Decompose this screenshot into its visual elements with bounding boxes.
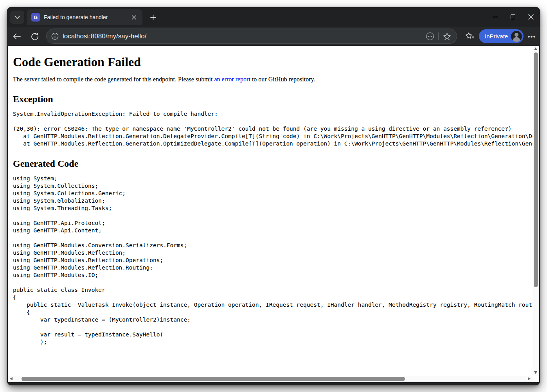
vertical-scrollbar[interactable] [533,46,539,376]
exception-heading: Exception [13,94,533,104]
intro-text-after: to our GitHub repository. [250,76,315,83]
browser-tab[interactable]: G Failed to generate handler [27,9,142,25]
url-text: localhost:8080/my/say-hello/ [63,32,424,40]
intro-text-before: The server failed to compile the code ge… [13,76,214,83]
window-controls [486,7,540,27]
plus-icon [150,14,156,20]
star-icon [443,32,451,40]
tab-favicon: G [31,13,40,22]
refresh-icon [31,32,39,40]
add-favorite-button[interactable] [441,31,453,42]
title-bar: G Failed to generate handler [7,7,540,27]
favorites-hub-button[interactable] [463,30,477,43]
horizontal-scrollbar-thumb[interactable] [22,377,405,381]
settings-and-more-button[interactable]: ••• [525,30,538,43]
ellipsis-icon: ••• [528,33,536,40]
address-bar[interactable]: localhost:8080/my/say-hello/ [46,29,457,44]
browser-window: G Failed to generate handler [7,7,540,385]
vertical-scrollbar-thumb[interactable] [534,52,538,287]
intro-paragraph: The server failed to compile the code ge… [13,76,533,83]
chevron-down-icon [14,16,20,19]
refresh-button[interactable] [27,29,42,44]
more-site-tools-button[interactable] [424,31,436,42]
minimize-button[interactable] [486,7,504,27]
maximize-button[interactable] [504,7,522,27]
site-info-icon[interactable] [51,32,59,40]
generated-code-block: using System; using System.Collections; … [13,175,533,346]
horizontal-scrollbar[interactable] [8,376,533,382]
page-viewport: Code Generation Failed The server failed… [8,46,539,382]
new-tab-button[interactable] [146,11,160,23]
tab-actions-menu-button[interactable] [10,11,24,24]
scroll-down-arrow-icon[interactable] [534,371,537,374]
navigation-toolbar: localhost:8080/my/say-hello/ [7,27,540,46]
close-icon [132,15,136,20]
back-arrow-icon [13,33,21,40]
close-window-button[interactable] [522,7,540,27]
minimize-icon [493,17,498,17]
scroll-right-arrow-icon[interactable] [528,377,531,380]
address-bar-divider [438,32,439,40]
tab-close-button[interactable] [129,13,139,22]
page-title: Code Generation Failed [13,55,533,69]
page-content: Code Generation Failed The server failed… [8,46,533,376]
favicon-letter: G [34,14,38,20]
ellipsis-circle-icon [426,32,434,41]
generated-code-heading: Generated Code [13,158,533,169]
favorites-list-icon [465,32,475,41]
scroll-up-arrow-icon[interactable] [534,47,537,50]
exception-trace: System.InvalidOperationException: Failed… [13,110,533,147]
tab-title: Failed to generate handler [44,14,125,20]
error-report-link[interactable]: an error report [214,76,250,83]
inprivate-profile-button[interactable]: InPrivate [479,29,524,43]
maximize-icon [511,14,515,19]
profile-avatar [511,31,522,42]
inprivate-label: InPrivate [485,33,508,40]
scroll-left-arrow-icon[interactable] [10,377,13,380]
back-button[interactable] [9,29,24,44]
close-icon [528,14,534,20]
